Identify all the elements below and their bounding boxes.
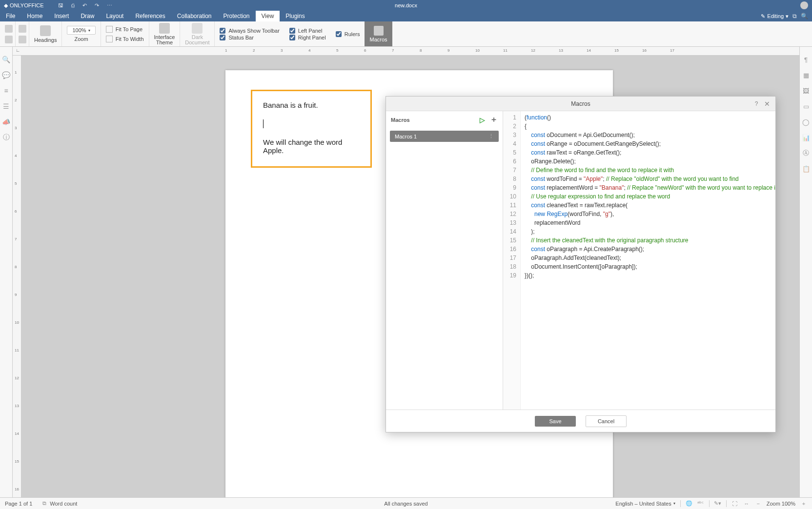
menu-collaboration[interactable]: Collaboration bbox=[171, 11, 218, 21]
chevron-down-icon: ▾ bbox=[786, 13, 789, 20]
highlighted-selection: Banana is a fruit. We will change the wo… bbox=[251, 90, 372, 168]
menu-home[interactable]: Home bbox=[21, 11, 48, 21]
shape-settings-icon[interactable]: ◯ bbox=[802, 118, 810, 126]
separator bbox=[680, 500, 681, 507]
zoom-label: Zoom bbox=[74, 36, 88, 42]
check-rulers[interactable]: Rulers bbox=[336, 31, 360, 37]
table-settings-icon[interactable]: ▦ bbox=[802, 71, 810, 79]
checkbox[interactable] bbox=[289, 28, 295, 34]
search-icon[interactable]: 🔍 bbox=[801, 13, 808, 20]
comments-icon[interactable]: 💬 bbox=[2, 71, 10, 79]
page-indicator[interactable]: Page 1 of 1 bbox=[5, 501, 32, 507]
menu-protection[interactable]: Protection bbox=[218, 11, 256, 21]
macro-item[interactable]: Macros 1⋮ bbox=[390, 131, 499, 142]
code-body[interactable]: (function(){ const oDocument = Api.GetDo… bbox=[521, 111, 775, 410]
menu-layout[interactable]: Layout bbox=[100, 11, 129, 21]
undo-icon[interactable]: ↶ bbox=[82, 2, 87, 9]
paste-icon[interactable] bbox=[5, 36, 13, 43]
cut-icon[interactable] bbox=[19, 25, 26, 33]
check-always-show-toolbar[interactable]: Always Show Toolbar bbox=[220, 28, 279, 34]
fit-page-label: Fit To Page bbox=[116, 26, 142, 32]
separator bbox=[726, 500, 727, 507]
checkbox[interactable] bbox=[220, 35, 225, 40]
fit-page-status-icon[interactable]: ⛶ bbox=[731, 500, 738, 507]
wordcount-button[interactable]: ⧉Word count bbox=[41, 500, 77, 507]
kebab-icon[interactable]: ⋮ bbox=[488, 133, 494, 139]
chart-settings-icon[interactable]: 📊 bbox=[802, 134, 810, 141]
about-icon[interactable]: ⓘ bbox=[2, 134, 10, 141]
outline-icon[interactable]: ☰ bbox=[2, 102, 10, 110]
menubar: FileHomeInsertDrawLayoutReferencesCollab… bbox=[0, 11, 812, 21]
menu-draw[interactable]: Draw bbox=[75, 11, 100, 21]
dialog-footer: Save Cancel bbox=[386, 410, 775, 432]
quick-access-toolbar: 🖫 ⎙ ↶ ↷ ⋯ bbox=[58, 2, 112, 9]
menu-plugins[interactable]: Plugins bbox=[280, 11, 310, 21]
zoom-value-dropdown[interactable]: 100% ▾ bbox=[67, 26, 95, 35]
editing-label: Editing bbox=[767, 13, 784, 19]
wordcount-label: Word count bbox=[50, 501, 77, 507]
horizontal-ruler[interactable]: ∟ 1234567891011121314151617 bbox=[13, 47, 799, 56]
vertical-ruler[interactable]: 123456789101112131415161718 bbox=[13, 56, 21, 497]
code-gutter: 12345678910111213141516171819 bbox=[503, 111, 521, 410]
macros-icon bbox=[374, 26, 384, 36]
feedback-icon[interactable]: 📣 bbox=[2, 118, 10, 126]
add-macro-icon[interactable]: ＋ bbox=[490, 116, 498, 124]
check-label: Rulers bbox=[345, 31, 360, 37]
zoom-level[interactable]: Zoom 100% bbox=[767, 501, 795, 507]
open-location-icon[interactable]: ⧉ bbox=[792, 13, 797, 20]
zoom-out-icon[interactable]: − bbox=[755, 500, 762, 507]
menu-insert[interactable]: Insert bbox=[48, 11, 75, 21]
save-button[interactable]: Save bbox=[535, 416, 576, 427]
checkbox[interactable] bbox=[289, 35, 295, 40]
code-editor[interactable]: 12345678910111213141516171819 (function(… bbox=[503, 111, 775, 410]
header-footer-icon[interactable]: ▭ bbox=[802, 102, 810, 110]
form-settings-icon[interactable]: 📋 bbox=[802, 165, 810, 173]
check-left-panel[interactable]: Left Panel bbox=[289, 28, 326, 34]
dark-doc-icon bbox=[192, 23, 203, 34]
dialog-help-icon[interactable]: ? bbox=[752, 99, 761, 108]
save-icon[interactable]: 🖫 bbox=[58, 2, 63, 9]
run-macro-icon[interactable]: ▷ bbox=[480, 116, 485, 124]
more-icon[interactable]: ⋯ bbox=[107, 2, 112, 9]
save-status: All changes saved bbox=[384, 501, 427, 507]
copy-icon[interactable] bbox=[5, 25, 13, 33]
zoom-in-icon[interactable]: + bbox=[800, 500, 807, 507]
dialog-close-icon[interactable]: ✕ bbox=[763, 99, 771, 108]
separator bbox=[709, 500, 710, 507]
spellcheck-abc-icon[interactable]: ᵃᵇᶜ bbox=[697, 500, 704, 507]
find-icon[interactable]: 🔍 bbox=[2, 56, 10, 63]
chevron-down-icon: ▾ bbox=[88, 28, 90, 33]
fit-to-page[interactable]: Fit To Page bbox=[106, 26, 142, 33]
trackchanges-icon[interactable]: ✎▾ bbox=[714, 500, 721, 507]
check-right-panel[interactable]: Right Panel bbox=[289, 35, 326, 40]
doc-line-1: Banana is a fruit. bbox=[263, 101, 360, 109]
menu-view[interactable]: View bbox=[256, 11, 280, 21]
tab-stop-indicator[interactable]: ∟ bbox=[16, 48, 20, 53]
headings-panel-icon[interactable]: ≡ bbox=[2, 87, 10, 95]
doc-language-dropdown[interactable]: English – United States▾ bbox=[615, 501, 675, 507]
macros-button[interactable]: Macros bbox=[365, 21, 392, 46]
fit-to-width[interactable]: Fit To Width bbox=[106, 36, 144, 42]
spellcheck-icon[interactable]: 🌐 bbox=[686, 500, 692, 507]
navigation-headings[interactable]: Headings bbox=[29, 21, 62, 46]
cancel-button[interactable]: Cancel bbox=[586, 415, 627, 427]
editing-mode-dropdown[interactable]: ✎ Editing ▾ bbox=[761, 13, 789, 20]
dialog-title: Macros bbox=[571, 100, 590, 107]
redo-icon[interactable]: ↷ bbox=[95, 2, 99, 9]
image-settings-icon[interactable]: 🖼 bbox=[802, 87, 810, 95]
check-status-bar[interactable]: Status Bar bbox=[220, 35, 279, 40]
pencil-icon: ✎ bbox=[761, 13, 765, 20]
textart-settings-icon[interactable]: Ⓐ bbox=[802, 149, 810, 157]
format-painter-icon[interactable] bbox=[19, 36, 26, 43]
checkbox[interactable] bbox=[220, 28, 225, 34]
menu-references[interactable]: References bbox=[129, 11, 171, 21]
interface-theme-dropdown[interactable]: InterfaceTheme bbox=[149, 21, 181, 46]
user-avatar[interactable] bbox=[800, 1, 808, 9]
dialog-titlebar[interactable]: Macros ? ✕ bbox=[386, 97, 775, 111]
paragraph-settings-icon[interactable]: ¶ bbox=[802, 56, 810, 63]
menu-file[interactable]: File bbox=[0, 11, 21, 21]
fit-width-status-icon[interactable]: ↔ bbox=[743, 500, 750, 507]
checkbox[interactable] bbox=[336, 31, 342, 37]
print-icon[interactable]: ⎙ bbox=[71, 2, 75, 9]
check-label: Left Panel bbox=[298, 28, 323, 34]
